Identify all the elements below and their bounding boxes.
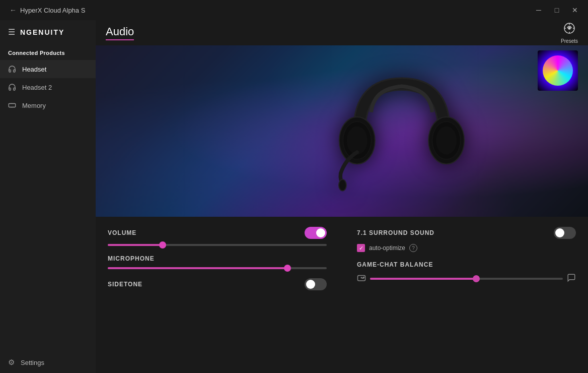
- hero-thumb-inner: [543, 55, 573, 86]
- sidetone-control: SIDETONE: [108, 278, 327, 290]
- sidetone-toggle[interactable]: [305, 278, 327, 290]
- hamburger-icon[interactable]: ☰: [8, 27, 15, 37]
- presets-label: Presets: [561, 38, 578, 44]
- volume-slider-fill: [108, 244, 163, 246]
- headset2-icon: [8, 83, 16, 91]
- surround-toggle-track: [554, 227, 576, 239]
- balance-slider-thumb[interactable]: [473, 275, 480, 282]
- volume-label: VOLUME: [108, 229, 136, 236]
- minimize-button[interactable]: ─: [532, 3, 546, 17]
- volume-header: VOLUME: [108, 227, 327, 239]
- microphone-slider[interactable]: [108, 267, 327, 269]
- back-button[interactable]: ←: [6, 3, 20, 17]
- connected-products-label: Connected Products: [0, 44, 96, 60]
- volume-toggle[interactable]: [305, 227, 327, 239]
- microphone-slider-thumb[interactable]: [284, 265, 291, 272]
- page-title: Audio: [106, 25, 134, 40]
- volume-slider[interactable]: [108, 244, 327, 246]
- game-chat-control: GAME-CHAT BALANCE: [357, 261, 576, 284]
- microphone-header: MICROPHONE: [108, 255, 327, 262]
- hero-banner: [96, 45, 588, 217]
- sidebar-header: ☰ NGENUITY: [0, 20, 96, 44]
- microphone-label: MICROPHONE: [108, 255, 155, 262]
- game-chat-header: GAME-CHAT BALANCE: [357, 261, 576, 268]
- microphone-slider-fill: [108, 267, 287, 269]
- volume-toggle-thumb: [316, 228, 325, 237]
- surround-toggle-thumb: [555, 228, 564, 237]
- main-layout: ☰ NGENUITY Connected Products Headset: [0, 20, 588, 373]
- sidebar-item-headset[interactable]: Headset: [0, 60, 96, 78]
- sidebar-item-headset-label: Headset: [22, 66, 46, 73]
- window-controls: ─ □ ✕: [532, 3, 582, 17]
- svg-point-8: [436, 127, 457, 155]
- settings-label: Settings: [21, 359, 44, 366]
- game-chat-label: GAME-CHAT BALANCE: [357, 261, 433, 268]
- svg-rect-0: [9, 104, 15, 107]
- sidetone-toggle-track: [305, 278, 327, 290]
- volume-slider-thumb[interactable]: [159, 241, 166, 248]
- sidebar-item-memory-label: Memory: [22, 102, 46, 109]
- sidebar: ☰ NGENUITY Connected Products Headset: [0, 20, 96, 373]
- auto-optimize-label: auto-optimize: [369, 244, 405, 252]
- volume-control: VOLUME: [108, 227, 327, 246]
- titlebar-title: HyperX Cloud Alpha S: [20, 7, 532, 14]
- surround-header: 7.1 SURROUND SOUND: [357, 227, 576, 239]
- auto-optimize-checkbox[interactable]: ✓: [357, 244, 365, 252]
- svg-point-12: [362, 278, 363, 279]
- presets-button[interactable]: Presets: [561, 22, 578, 44]
- game-icon: [357, 273, 366, 284]
- sidebar-logo: NGENUITY: [20, 28, 64, 36]
- sidetone-toggle-thumb: [306, 280, 315, 289]
- microphone-control: MICROPHONE: [108, 255, 327, 269]
- sidebar-item-headset2[interactable]: Headset 2: [0, 78, 96, 96]
- sidebar-item-headset2-label: Headset 2: [22, 84, 52, 91]
- svg-point-2: [568, 27, 570, 29]
- game-chat-balance-row: [357, 273, 576, 284]
- surround-control: 7.1 SURROUND SOUND ✓ auto-optimize ?: [357, 227, 576, 252]
- sidetone-header: SIDETONE: [108, 278, 327, 290]
- sidebar-item-memory[interactable]: Memory: [0, 96, 96, 114]
- svg-point-9: [339, 179, 346, 191]
- presets-icon: [563, 22, 575, 37]
- memory-icon: [8, 101, 16, 109]
- help-icon[interactable]: ?: [409, 244, 417, 252]
- hero-thumbnail: [538, 50, 578, 91]
- balance-slider-fill: [370, 278, 476, 280]
- maximize-button[interactable]: □: [550, 3, 564, 17]
- settings-item[interactable]: ⚙ Settings: [0, 352, 96, 373]
- controls-right: 7.1 SURROUND SOUND ✓ auto-optimize ?: [357, 227, 576, 363]
- surround-toggle[interactable]: [554, 227, 576, 239]
- sidetone-label: SIDETONE: [108, 281, 142, 288]
- headset-icon: [8, 65, 16, 73]
- settings-icon: ⚙: [8, 358, 15, 367]
- volume-toggle-track: [305, 227, 327, 239]
- auto-optimize-row: ✓ auto-optimize ?: [357, 244, 576, 252]
- chat-icon: [567, 273, 576, 284]
- surround-label: 7.1 SURROUND SOUND: [357, 229, 434, 236]
- close-button[interactable]: ✕: [568, 3, 582, 17]
- balance-slider[interactable]: [370, 278, 563, 280]
- hero-headset-image: [316, 50, 487, 212]
- content-topbar: Audio Presets: [96, 20, 588, 45]
- content-area: Audio Presets: [96, 20, 588, 373]
- titlebar: ← HyperX Cloud Alpha S ─ □ ✕: [0, 0, 588, 20]
- controls-left: VOLUME MICROPHONE: [108, 227, 327, 363]
- controls-area: VOLUME MICROPHONE: [96, 217, 588, 373]
- checkbox-check-icon: ✓: [359, 245, 363, 251]
